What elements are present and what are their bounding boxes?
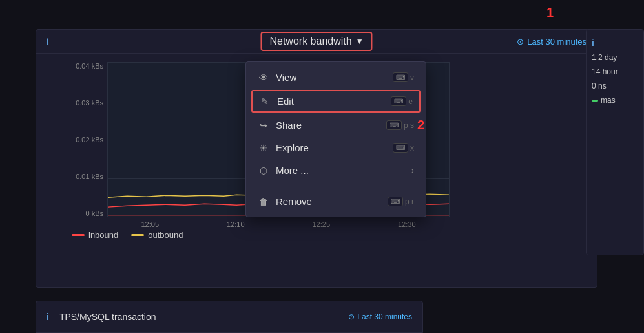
share-label: Share: [276, 120, 380, 131]
right-legend-dot-icon: [592, 100, 598, 102]
menu-item-remove[interactable]: 🗑 Remove ⌨ p r: [246, 190, 426, 213]
explore-label: Explore: [276, 142, 386, 153]
right-panel-info-icon: i: [592, 38, 638, 48]
inbound-label: inbound: [88, 230, 118, 240]
outbound-label: outbound: [148, 230, 183, 240]
right-panel-val1: 1.2 day: [592, 53, 638, 62]
remove-shortcut: ⌨ p r: [388, 197, 414, 206]
chart-legend: inbound outbound: [72, 230, 183, 240]
menu-item-edit[interactable]: ✎ Edit ⌨ e: [251, 90, 421, 113]
right-panel-val3: 0 ns: [592, 81, 638, 91]
context-menu: 👁 View ⌨ v ✎ Edit ⌨ e ↪ Share ⌨ p s ✳: [245, 61, 426, 217]
time-badge[interactable]: ⊙ Last 30 minutes: [517, 37, 587, 47]
remove-label: Remove: [276, 196, 381, 207]
panel-title-text: Network bandwith: [269, 36, 351, 47]
y-label-3: 0.02 kBs: [72, 136, 103, 144]
menu-item-view[interactable]: 👁 View ⌨ v: [246, 66, 426, 89]
menu-item-share[interactable]: ↪ Share ⌨ p s: [246, 114, 426, 136]
y-axis: 0.04 kBs 0.03 kBs 0.02 kBs 0.01 kBs 0 kB…: [72, 62, 107, 217]
edit-shortcut: ⌨ e: [391, 96, 413, 106]
right-panel-val2: 14 hour: [592, 67, 638, 76]
annotation-1: 1: [546, 5, 554, 20]
trash-icon: 🗑: [258, 197, 269, 207]
kbd-icon: ⌨: [393, 72, 408, 82]
right-panel: i 1.2 day 14 hour 0 ns mas: [586, 29, 644, 255]
legend-outbound: outbound: [131, 230, 183, 240]
y-label-4: 0.01 kBs: [72, 173, 103, 180]
time-label: Last 30 minutes: [527, 37, 587, 47]
kbd-icon-share: ⌨: [386, 120, 402, 130]
x-label-2: 12:10: [227, 220, 245, 228]
right-legend-label: mas: [601, 96, 616, 105]
annotation-2: 2: [417, 118, 424, 133]
panel-header: i Network bandwith ▼ ⊙ Last 30 minutes: [36, 30, 597, 54]
y-label-2: 0.03 kBs: [72, 99, 103, 107]
more-icon: ⬡: [258, 166, 269, 176]
eye-icon: 👁: [258, 72, 269, 83]
chevron-right-icon: ›: [411, 166, 414, 175]
right-panel-legend: mas: [592, 96, 638, 105]
explore-shortcut: ⌨ x: [393, 143, 414, 153]
inbound-line-icon: [72, 234, 85, 236]
menu-section-main: 👁 View ⌨ v ✎ Edit ⌨ e ↪ Share ⌨ p s ✳: [246, 62, 426, 186]
y-label-5: 0 kBs: [72, 209, 103, 217]
x-labels: 12:05 12:10 12:25 12:30: [107, 220, 450, 228]
share-shortcut: ⌨ p s: [386, 120, 414, 130]
bottom-panel-title: TPS/MySQL transaction: [59, 312, 156, 322]
explore-icon: ✳: [258, 143, 269, 153]
chevron-down-icon: ▼: [356, 37, 364, 46]
bottom-time-icon: ⊙: [348, 312, 355, 321]
panel-info-icon: i: [47, 36, 49, 47]
kbd-icon-edit: ⌨: [391, 96, 406, 106]
panel-title-dropdown[interactable]: Network bandwith ▼: [260, 32, 372, 51]
bottom-time-label: Last 30 minutes: [357, 312, 412, 321]
panel-title-area: Network bandwith ▼: [260, 32, 372, 51]
y-label-1: 0.04 kBs: [72, 62, 103, 70]
edit-icon: ✎: [259, 96, 271, 107]
view-label: View: [276, 72, 386, 83]
menu-item-more[interactable]: ⬡ More ... ›: [246, 159, 426, 182]
share-icon: ↪: [258, 120, 269, 131]
outbound-line-icon: [131, 234, 144, 236]
bottom-panel-info-icon: i: [47, 312, 49, 322]
x-label-4: 12:30: [398, 220, 416, 228]
kbd-icon-explore: ⌨: [393, 143, 408, 153]
kbd-icon-remove: ⌨: [388, 197, 403, 206]
x-label-3: 12:25: [312, 220, 330, 228]
menu-section-remove: 🗑 Remove ⌨ p r: [246, 186, 426, 217]
view-shortcut: ⌨ v: [393, 72, 414, 82]
legend-inbound: inbound: [72, 230, 118, 240]
more-label: More ...: [276, 165, 405, 176]
menu-item-explore[interactable]: ✳ Explore ⌨ x: [246, 136, 426, 159]
edit-label: Edit: [277, 96, 384, 107]
bottom-panel: i TPS/MySQL transaction ⊙ Last 30 minute…: [36, 301, 423, 333]
time-icon: ⊙: [517, 37, 524, 47]
x-label-1: 12:05: [141, 220, 159, 228]
bottom-panel-time: ⊙ Last 30 minutes: [348, 312, 412, 321]
